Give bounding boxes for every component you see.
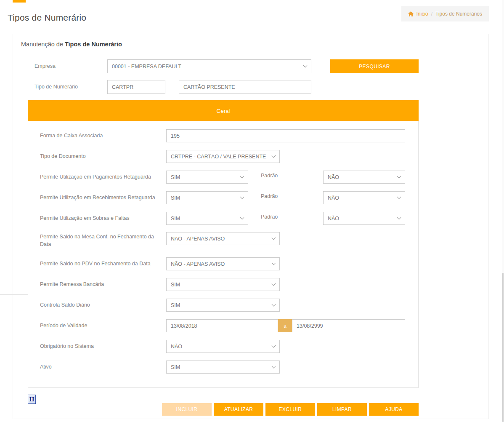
tipo-numerario-description-input[interactable] <box>179 80 311 94</box>
limpar-button[interactable]: LIMPAR <box>317 403 367 416</box>
periodo-start-input[interactable] <box>166 319 278 332</box>
forma-caixa-input[interactable] <box>166 129 405 142</box>
pesquisar-button[interactable]: PESQUISAR <box>330 59 419 73</box>
h-logo-icon: H <box>28 395 36 404</box>
obrigatorio-label: Obrigatório no Sistema <box>40 343 94 349</box>
remessa-select[interactable]: SIM <box>166 278 280 291</box>
chevron-down-icon <box>272 364 276 369</box>
empresa-label: Empresa <box>34 63 56 69</box>
panel-heading: Manutenção de Tipos de Numerário <box>21 41 122 48</box>
chevron-down-icon <box>397 216 401 220</box>
saldo-pdv-select-value: NÃO - APENAS AVISO <box>171 261 225 267</box>
chevron-down-icon <box>272 261 276 265</box>
tab-geral[interactable]: Geral <box>28 100 419 121</box>
page-title: Tipos de Numerário <box>8 13 86 23</box>
scrollbar-thumb[interactable] <box>502 273 504 422</box>
periodo-connector: a <box>278 319 292 332</box>
chevron-down-icon <box>397 195 401 199</box>
remessa-label: Permite Remessa Bancária <box>40 281 104 287</box>
tipo-documento-select-value: CRTPRE - CARTÃO / VALE PRESENTE <box>171 154 266 160</box>
sobras-faltas-select-value: SIM <box>171 216 180 222</box>
tipo-documento-label: Tipo de Documento <box>40 153 86 159</box>
home-icon <box>408 11 414 16</box>
controla-saldo-select-value: SIM <box>171 302 180 308</box>
page: Tipos de Numerário Inicio / Tipos de Num… <box>0 0 504 422</box>
obrigatorio-select[interactable]: NÃO <box>166 340 280 353</box>
sobras-faltas-padrao-select-value: NÃO <box>328 216 339 222</box>
ativo-select[interactable]: SIM <box>166 361 280 374</box>
recebimentos-label: Permite Utilização em Recebimentos Retag… <box>40 195 155 200</box>
breadcrumb-home-link[interactable]: Inicio <box>416 11 428 17</box>
atualizar-button[interactable]: ATUALIZAR <box>214 403 263 416</box>
tab-geral-label: Geral <box>217 108 230 114</box>
ativo-select-value: SIM <box>171 364 180 370</box>
tipo-numerario-code-input[interactable] <box>107 80 165 94</box>
recebimentos-select-value: SIM <box>171 195 180 201</box>
top-accent-bar <box>13 0 26 3</box>
sobras-faltas-padrao-label: Padrão <box>261 214 278 220</box>
saldo-mesa-label: Permite Saldo na Mesa Conf. no Fechament… <box>40 233 165 248</box>
breadcrumb-separator: / <box>431 11 432 17</box>
chevron-down-icon <box>240 216 244 220</box>
panel-heading-bold: Tipos de Numerário <box>65 41 122 48</box>
panel-heading-prefix: Manutenção de <box>21 41 65 48</box>
recebimentos-select[interactable]: SIM <box>166 191 248 204</box>
chevron-down-icon <box>240 174 244 179</box>
recebimentos-padrao-select[interactable]: NÃO <box>323 191 405 204</box>
ativo-label: Ativo <box>40 364 52 370</box>
saldo-mesa-select-value: NÃO - APENAS AVISO <box>171 236 225 242</box>
recebimentos-padrao-select-value: NÃO <box>328 195 339 201</box>
forma-caixa-label: Forma de Caixa Associada <box>40 133 103 139</box>
pagamentos-select-value: SIM <box>171 174 180 180</box>
breadcrumb: Inicio / Tipos de Numerários <box>401 6 489 21</box>
breadcrumb-current: Tipos de Numerários <box>435 11 482 17</box>
sobras-faltas-label: Permite Utilização em Sobras e Faltas <box>40 215 130 221</box>
excluir-button[interactable]: EXCLUIR <box>265 403 315 416</box>
saldo-mesa-select[interactable]: NÃO - APENAS AVISO <box>166 232 280 245</box>
pagamentos-padrao-select-value: NÃO <box>328 174 339 180</box>
chevron-down-icon <box>397 174 401 179</box>
chevron-down-icon <box>272 236 276 240</box>
chevron-down-icon <box>272 282 276 286</box>
pagamentos-label: Permite Utilização em Pagamentos Retagua… <box>40 174 151 180</box>
ajuda-button[interactable]: AJUDA <box>369 403 419 416</box>
pagamentos-select[interactable]: SIM <box>166 171 248 184</box>
controla-saldo-select[interactable]: SIM <box>166 299 280 312</box>
periodo-label: Período de Validade <box>40 323 87 329</box>
obrigatorio-select-value: NÃO <box>171 344 182 350</box>
left-edge-divider <box>0 294 28 295</box>
tipo-documento-select[interactable]: CRTPRE - CARTÃO / VALE PRESENTE <box>166 150 280 163</box>
chevron-down-icon <box>303 64 308 68</box>
empresa-select-value: 00001 - EMPRESA DEFAULT <box>112 64 181 69</box>
chevron-down-icon <box>240 195 244 199</box>
chevron-down-icon <box>272 344 276 348</box>
controla-saldo-label: Controla Saldo Diário <box>40 302 90 308</box>
tipo-numerario-label: Tipo de Numerário <box>34 84 78 90</box>
remessa-select-value: SIM <box>171 282 180 288</box>
sobras-faltas-select[interactable]: SIM <box>166 212 248 225</box>
footer-buttons: INCLUIR ATUALIZAR EXCLUIR LIMPAR AJUDA <box>162 403 419 416</box>
sobras-faltas-padrao-select[interactable]: NÃO <box>323 212 405 225</box>
periodo-end-input[interactable] <box>292 319 405 332</box>
chevron-down-icon <box>272 302 276 307</box>
recebimentos-padrao-label: Padrão <box>261 193 278 199</box>
empresa-select[interactable]: 00001 - EMPRESA DEFAULT <box>107 59 311 73</box>
incluir-button[interactable]: INCLUIR <box>162 403 212 416</box>
pagamentos-padrao-label: Padrão <box>261 173 278 179</box>
saldo-pdv-label: Permite Saldo no PDV no Fechamento da Da… <box>40 261 151 267</box>
pagamentos-padrao-select[interactable]: NÃO <box>323 171 405 184</box>
chevron-down-icon <box>272 154 276 158</box>
saldo-pdv-select[interactable]: NÃO - APENAS AVISO <box>166 257 280 270</box>
